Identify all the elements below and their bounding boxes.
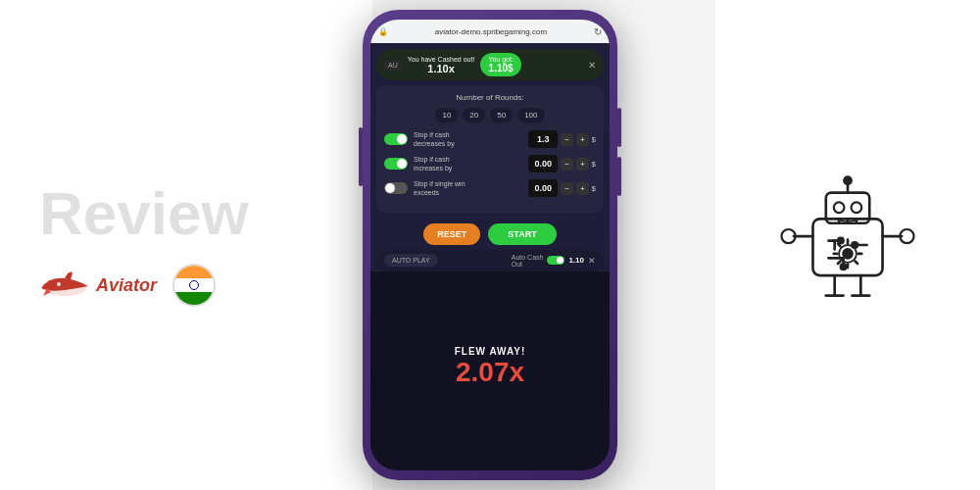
stop-single-win-control: 0.00 − + $ bbox=[528, 179, 596, 197]
rounds-20-button[interactable]: 20 bbox=[463, 108, 485, 122]
stop-cash-increases-control: 0.00 − + $ bbox=[528, 155, 596, 172]
aviator-label: Aviator bbox=[96, 275, 157, 296]
stop-cash-decreases-row: Stop if cashdecreases by 1.3 − + $ bbox=[384, 130, 596, 148]
phone-button-right-1 bbox=[617, 108, 621, 147]
flag-saffron bbox=[174, 266, 214, 278]
mini-toggle-knob bbox=[557, 257, 564, 264]
toggle-knob bbox=[397, 134, 407, 144]
stop-cash-decreases-plus[interactable]: + bbox=[576, 133, 589, 146]
phone-content: AU You have Cashed out! 1.10x You got: 1… bbox=[370, 43, 610, 470]
browser-bar: 🔒 aviator-demo.spribegaming.com ↻ bbox=[370, 20, 610, 43]
cashed-out-title: You have Cashed out! bbox=[408, 56, 475, 63]
svg-point-36 bbox=[844, 177, 851, 184]
auto-tag: AU bbox=[384, 60, 402, 71]
multiplier-value: 2.07x bbox=[456, 359, 524, 386]
refresh-icon[interactable]: ↻ bbox=[594, 26, 602, 37]
auto-cash-label: Auto CashOut bbox=[512, 254, 544, 268]
stop-cash-decreases-currency: $ bbox=[592, 135, 596, 144]
stop-single-win-row: Stop if single winexceeds 0.00 − + $ bbox=[384, 179, 596, 197]
stop-cash-decreases-minus[interactable]: − bbox=[561, 133, 573, 146]
phone-button-right-2 bbox=[617, 157, 621, 196]
stop-cash-increases-currency: $ bbox=[592, 160, 596, 169]
stop-cash-increases-label: Stop if cashincreases by bbox=[414, 155, 522, 172]
phone-screen: 🔒 aviator-demo.spribegaming.com ↻ AU You… bbox=[370, 20, 610, 470]
auto-cash-value: 1.10 bbox=[568, 256, 584, 265]
auto-play-button[interactable]: AUTO PLAY bbox=[384, 254, 438, 267]
bottom-bar: AUTO PLAY Auto CashOut 1.10 ✕ bbox=[376, 250, 604, 271]
reset-button[interactable]: RESET bbox=[423, 223, 480, 245]
you-got-badge: You got: 1.10$ bbox=[480, 53, 520, 76]
url-text: aviator-demo.spribegaming.com bbox=[392, 27, 590, 36]
stop-cash-increases-value: 0.00 bbox=[528, 155, 558, 172]
cash-out-notification: AU You have Cashed out! 1.10x You got: 1… bbox=[376, 49, 604, 80]
aviator-plane-icon bbox=[39, 269, 90, 302]
close-notification-button[interactable]: ✕ bbox=[588, 60, 596, 71]
stop-cash-increases-toggle[interactable] bbox=[384, 158, 408, 170]
stop-single-win-toggle[interactable] bbox=[384, 182, 408, 194]
svg-line-28 bbox=[838, 244, 840, 246]
stop-cash-decreases-label: Stop if cashdecreases by bbox=[414, 130, 522, 148]
svg-point-5 bbox=[852, 202, 862, 213]
cashed-out-value: 1.10x bbox=[427, 63, 455, 74]
svg-point-1 bbox=[57, 282, 61, 286]
auto-cash-close[interactable]: ✕ bbox=[588, 256, 596, 266]
auto-cash-row: Auto CashOut 1.10 ✕ bbox=[512, 254, 596, 268]
rounds-row: 10 20 50 100 bbox=[384, 108, 596, 122]
flew-away-text: FLEW AWAY! bbox=[455, 346, 526, 357]
stop-cash-decreases-control: 1.3 − + $ bbox=[528, 130, 596, 148]
rounds-50-button[interactable]: 50 bbox=[490, 108, 513, 122]
phone-outer: 🔒 aviator-demo.spribegaming.com ↻ AU You… bbox=[363, 10, 617, 480]
svg-point-16 bbox=[838, 238, 843, 243]
stop-cash-increases-row: Stop if cashincreases by 0.00 − + $ bbox=[384, 155, 596, 172]
stop-cash-increases-plus[interactable]: + bbox=[576, 158, 589, 171]
rounds-100-button[interactable]: 100 bbox=[517, 108, 544, 122]
cashed-out-message: You have Cashed out! 1.10x bbox=[408, 56, 475, 74]
toggle-knob-3 bbox=[385, 183, 395, 193]
auto-cash-toggle[interactable] bbox=[547, 256, 564, 265]
svg-line-30 bbox=[838, 261, 840, 263]
action-row: RESET START bbox=[376, 223, 604, 245]
robot-circuit-icon bbox=[769, 167, 926, 323]
you-got-amount: 1.10$ bbox=[489, 63, 514, 74]
logos-row: Aviator bbox=[39, 264, 216, 307]
ashoka-wheel-icon bbox=[189, 280, 199, 290]
aviator-logo: Aviator bbox=[39, 269, 157, 302]
svg-line-29 bbox=[856, 261, 858, 263]
stop-single-win-plus[interactable]: + bbox=[576, 182, 589, 195]
flag-green bbox=[174, 292, 214, 305]
svg-point-4 bbox=[834, 202, 845, 213]
stop-single-win-minus[interactable]: − bbox=[561, 182, 573, 195]
rounds-10-button[interactable]: 10 bbox=[435, 108, 458, 122]
svg-point-21 bbox=[841, 265, 846, 270]
stop-single-win-label: Stop if single winexceeds bbox=[414, 179, 522, 197]
lock-icon: 🔒 bbox=[378, 27, 388, 36]
toggle-knob-2 bbox=[397, 159, 407, 169]
settings-panel: Number of Rounds: 10 20 50 100 bbox=[376, 85, 604, 213]
rounds-label: Number of Rounds: bbox=[384, 93, 596, 102]
svg-line-31 bbox=[856, 244, 858, 246]
start-button[interactable]: START bbox=[488, 223, 556, 245]
review-heading: Review bbox=[39, 183, 249, 244]
flew-away-section: FLEW AWAY! 2.07x bbox=[370, 271, 610, 470]
flag-white bbox=[174, 278, 214, 291]
stop-cash-increases-minus[interactable]: − bbox=[561, 158, 573, 171]
stop-cash-decreases-value: 1.3 bbox=[528, 130, 558, 148]
india-flag-icon bbox=[172, 264, 216, 307]
you-got-label: You got: bbox=[488, 56, 513, 63]
stop-single-win-value: 0.00 bbox=[528, 179, 558, 197]
stop-cash-decreases-toggle[interactable] bbox=[384, 133, 408, 145]
page-wrapper: Review Aviator bbox=[0, 0, 980, 490]
phone-container: 🔒 aviator-demo.spribegaming.com ↻ AU You… bbox=[363, 10, 617, 480]
stop-single-win-currency: $ bbox=[592, 184, 596, 193]
phone-button-left bbox=[359, 127, 363, 186]
svg-point-23 bbox=[844, 249, 853, 258]
right-panel bbox=[715, 0, 980, 490]
left-panel: Review Aviator bbox=[0, 0, 372, 490]
